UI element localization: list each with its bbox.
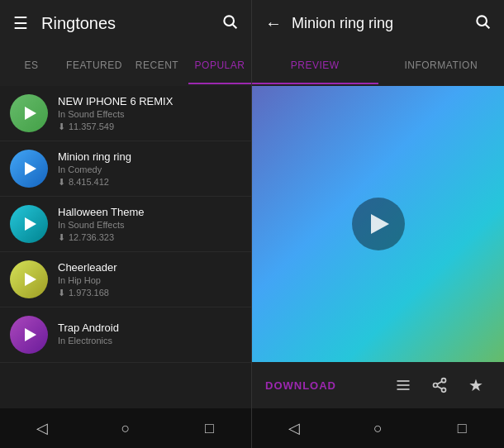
ringtone-category-3: In Hip Hop	[58, 275, 241, 285]
svg-line-1	[233, 24, 237, 28]
list-icon[interactable]	[388, 370, 418, 400]
ringtone-downloads-1: ⬇ 8.415.412	[58, 177, 241, 188]
ringtones-list: NEW IPHONE 6 REMIX In Sound Effects ⬇ 11…	[0, 86, 251, 408]
home-nav-icon-left[interactable]: ○	[109, 412, 142, 445]
svg-point-7	[442, 379, 446, 383]
right-panel-title: Minion ring ring	[292, 15, 464, 32]
tab-featured[interactable]: FEATURED	[63, 46, 126, 84]
download-icon-1: ⬇	[58, 177, 65, 188]
ringtone-info-2: Halloween Theme In Sound Effects ⬇ 12.73…	[58, 206, 241, 243]
ringtone-info-1: Minion ring ring In Comedy ⬇ 8.415.412	[58, 150, 241, 188]
play-button-2[interactable]	[10, 205, 48, 243]
svg-point-8	[434, 384, 438, 388]
download-icon-0: ⬇	[58, 122, 65, 132]
list-item[interactable]: Halloween Theme In Sound Effects ⬇ 12.73…	[0, 197, 251, 252]
right-header: ← Minion ring ring	[252, 0, 504, 46]
right-panel: ← Minion ring ring PREVIEW INFORMATION D…	[252, 0, 504, 448]
play-icon	[25, 217, 36, 231]
ringtone-category-1: In Comedy	[58, 164, 241, 174]
ringtone-name-1: Minion ring ring	[58, 150, 241, 163]
recents-nav-icon-left[interactable]: □	[193, 412, 226, 445]
right-bottom-bar: DOWNLOAD ★	[252, 362, 504, 408]
preview-area	[252, 86, 504, 362]
svg-line-11	[437, 381, 442, 384]
ringtone-name-4: Trap Android	[58, 322, 241, 334]
svg-point-0	[224, 16, 234, 26]
left-tabs-bar: ES FEATURED RECENT POPULAR	[0, 46, 251, 86]
hamburger-icon[interactable]: ☰	[13, 13, 28, 33]
ringtone-category-2: In Sound Effects	[58, 220, 241, 230]
play-icon	[25, 162, 36, 175]
play-button-3[interactable]	[10, 260, 48, 298]
right-search-icon[interactable]	[474, 13, 491, 34]
svg-line-10	[437, 386, 442, 388]
download-button[interactable]: DOWNLOAD	[265, 379, 382, 392]
ringtone-downloads-3: ⬇ 1.973.168	[58, 288, 241, 298]
left-nav-bar: ◁ ○ □	[0, 408, 251, 448]
home-nav-icon-right[interactable]: ○	[361, 412, 394, 445]
left-header: ☰ Ringtones	[0, 0, 251, 46]
tab-es[interactable]: ES	[0, 46, 63, 84]
right-tabs-bar: PREVIEW INFORMATION	[252, 46, 504, 86]
preview-play-icon	[371, 214, 389, 234]
ringtone-info-3: Cheerleader In Hip Hop ⬇ 1.973.168	[58, 261, 241, 298]
play-icon	[25, 328, 36, 341]
tab-preview[interactable]: PREVIEW	[252, 46, 378, 84]
ringtone-category-4: In Electronics	[58, 336, 241, 346]
ringtone-downloads-0: ⬇ 11.357.549	[58, 122, 241, 132]
ringtone-name-0: NEW IPHONE 6 REMIX	[58, 95, 241, 107]
left-panel: ☰ Ringtones ES FEATURED RECENT POPULAR N…	[0, 0, 252, 448]
play-icon	[25, 107, 36, 120]
ringtone-name-2: Halloween Theme	[58, 206, 241, 218]
svg-point-2	[477, 16, 487, 26]
ringtone-category-0: In Sound Effects	[58, 109, 241, 119]
star-icon[interactable]: ★	[461, 370, 491, 400]
preview-play-button[interactable]	[352, 198, 405, 250]
download-icon-2: ⬇	[58, 232, 65, 243]
list-item[interactable]: Trap Android In Electronics	[0, 307, 251, 363]
recents-nav-icon-right[interactable]: □	[445, 412, 478, 445]
play-button-4[interactable]	[10, 316, 48, 354]
svg-point-9	[442, 388, 446, 392]
download-icon-3: ⬇	[58, 288, 65, 298]
ringtone-name-3: Cheerleader	[58, 261, 241, 274]
share-icon[interactable]	[425, 370, 454, 400]
back-nav-icon-left[interactable]: ◁	[26, 412, 59, 445]
play-icon	[25, 273, 36, 286]
left-search-icon[interactable]	[221, 13, 238, 34]
list-item[interactable]: NEW IPHONE 6 REMIX In Sound Effects ⬇ 11…	[0, 86, 251, 141]
tab-information[interactable]: INFORMATION	[378, 46, 505, 84]
ringtone-downloads-2: ⬇ 12.736.323	[58, 232, 241, 243]
back-icon[interactable]: ←	[265, 14, 282, 33]
tab-popular[interactable]: POPULAR	[188, 46, 251, 84]
ringtone-info-0: NEW IPHONE 6 REMIX In Sound Effects ⬇ 11…	[58, 95, 241, 132]
tab-recent[interactable]: RECENT	[126, 46, 188, 84]
back-nav-icon-right[interactable]: ◁	[278, 412, 311, 445]
list-item[interactable]: Cheerleader In Hip Hop ⬇ 1.973.168	[0, 252, 251, 307]
right-nav-bar: ◁ ○ □	[252, 408, 504, 448]
play-button-0[interactable]	[10, 94, 48, 132]
list-item[interactable]: Minion ring ring In Comedy ⬇ 8.415.412	[0, 141, 251, 197]
left-panel-title: Ringtones	[41, 14, 208, 33]
svg-line-3	[486, 24, 490, 28]
ringtone-info-4: Trap Android In Electronics	[58, 322, 241, 348]
play-button-1[interactable]	[10, 150, 48, 188]
